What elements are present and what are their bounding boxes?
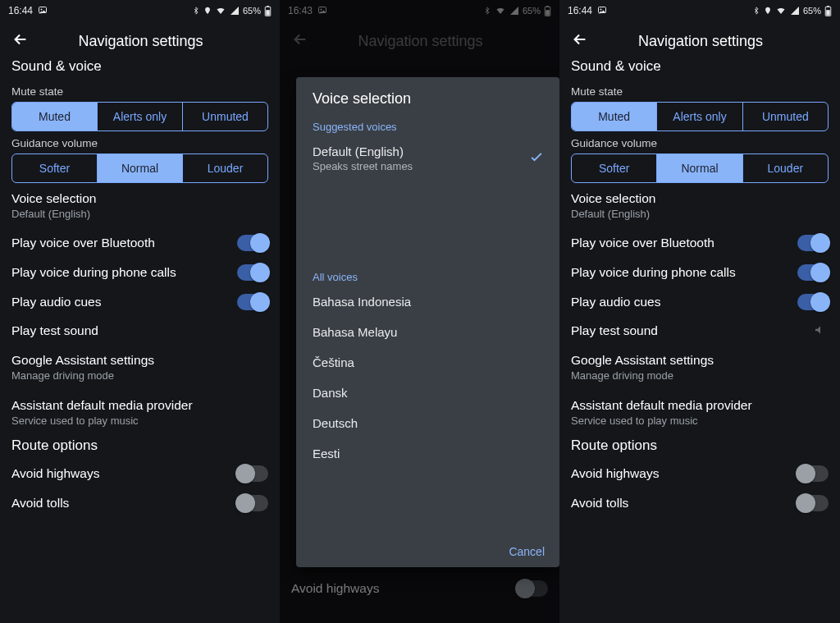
mute-option-alerts[interactable]: Alerts only (98, 103, 183, 131)
avoid-tolls-row[interactable]: Avoid tolls (559, 488, 840, 518)
play-audio-cues-toggle[interactable] (237, 294, 268, 310)
mute-option-alerts[interactable]: Alerts only (657, 103, 742, 131)
mute-option-unmuted[interactable]: Unmuted (183, 103, 267, 131)
location-icon (203, 6, 212, 16)
mute-state-label: Mute state (0, 80, 280, 102)
assistant-settings-row[interactable]: Google Assistant settings Manage driving… (0, 345, 280, 390)
assistant-media-row[interactable]: Assistant default media provider Service… (0, 390, 280, 435)
dialog-voice-item[interactable]: Dansk (296, 378, 559, 408)
play-voice-calls-row[interactable]: Play voice during phone calls (559, 258, 840, 287)
bluetooth-icon (752, 6, 760, 16)
play-test-sound-row[interactable]: Play test sound (0, 317, 280, 345)
assistant-media-sub: Service used to play music (571, 415, 829, 427)
play-voice-bluetooth-toggle[interactable] (797, 235, 829, 251)
speaker-icon (814, 323, 829, 338)
voice-selection-value: Default (English) (571, 208, 829, 220)
picture-icon (597, 5, 607, 17)
battery-icon (824, 6, 832, 16)
section-sound-voice: Sound & voice (0, 61, 280, 80)
play-audio-cues-row[interactable]: Play audio cues (559, 287, 840, 317)
avoid-highways-title: Avoid highways (571, 466, 789, 481)
dialog-voice-label: Dansk (313, 386, 545, 400)
dialog-voice-label: Eesti (313, 447, 545, 460)
wifi-icon (215, 6, 226, 16)
dialog-voice-label: Čeština (313, 355, 545, 369)
play-voice-bluetooth-row[interactable]: Play voice over Bluetooth (559, 228, 840, 258)
dialog-cancel-button[interactable]: Cancel (509, 545, 545, 558)
play-voice-bluetooth-toggle[interactable] (237, 235, 268, 251)
dialog-suggested-header: Suggested voices (296, 112, 559, 136)
guidance-volume-label: Guidance volume (559, 131, 840, 153)
battery-icon (264, 6, 272, 16)
status-time: 16:44 (8, 5, 33, 16)
assistant-settings-row[interactable]: Google Assistant settings Manage driving… (559, 345, 840, 390)
volume-option-softer[interactable]: Softer (572, 154, 657, 182)
volume-option-normal[interactable]: Normal (657, 154, 742, 182)
avoid-highways-toggle[interactable] (237, 465, 268, 482)
dialog-voice-item[interactable]: Bahasa Indonesia (296, 286, 559, 317)
guidance-volume-segmented: Softer Normal Louder (571, 153, 829, 183)
volume-option-louder[interactable]: Louder (743, 154, 828, 182)
play-audio-cues-toggle[interactable] (797, 294, 829, 310)
svg-rect-3 (267, 6, 269, 7)
content-scroll[interactable]: Sound & voice Mute state Muted Alerts on… (559, 61, 840, 623)
dialog-title: Voice selection (296, 77, 559, 112)
section-route-options: Route options (559, 435, 840, 459)
play-voice-bluetooth-title: Play voice over Bluetooth (11, 236, 229, 250)
avoid-highways-row[interactable]: Avoid highways (0, 459, 280, 488)
assistant-settings-sub: Manage driving mode (571, 369, 829, 382)
avoid-tolls-toggle[interactable] (237, 495, 268, 511)
dialog-voice-default[interactable]: Default (English) Speaks street names (296, 136, 559, 181)
check-icon (528, 149, 545, 168)
play-voice-calls-toggle[interactable] (797, 264, 829, 281)
status-time: 16:44 (568, 5, 592, 16)
avoid-highways-title: Avoid highways (291, 581, 509, 596)
content-scroll[interactable]: Sound & voice Mute state Muted Alerts on… (0, 61, 280, 623)
app-bar: Navigation settings (0, 21, 280, 61)
assistant-settings-title: Google Assistant settings (571, 353, 829, 368)
back-icon[interactable] (11, 30, 30, 52)
back-icon[interactable] (571, 30, 589, 52)
wifi-icon (775, 6, 787, 16)
dialog-voice-item[interactable]: Čeština (296, 347, 559, 378)
volume-option-softer[interactable]: Softer (12, 154, 98, 182)
cell-signal-icon (230, 6, 240, 16)
play-audio-cues-row[interactable]: Play audio cues (0, 287, 280, 317)
voice-selection-row[interactable]: Voice selection Default (English) (0, 183, 280, 228)
mute-state-segmented: Muted Alerts only Unmuted (11, 102, 268, 131)
play-voice-calls-row[interactable]: Play voice during phone calls (0, 258, 280, 287)
avoid-tolls-toggle[interactable] (797, 495, 829, 511)
avoid-tolls-row[interactable]: Avoid tolls (0, 488, 280, 518)
assistant-media-sub: Service used to play music (11, 415, 268, 427)
section-sound-voice: Sound & voice (559, 61, 840, 80)
avoid-highways-row[interactable]: Avoid highways (559, 459, 840, 488)
play-voice-bluetooth-title: Play voice over Bluetooth (571, 236, 789, 250)
dialog-voice-default-sub: Speaks street names (313, 160, 528, 172)
picture-icon (38, 5, 48, 17)
mute-state-segmented: Muted Alerts only Unmuted (571, 102, 829, 131)
dialog-voice-item[interactable]: Deutsch (296, 408, 559, 438)
assistant-settings-sub: Manage driving mode (11, 369, 268, 382)
play-test-sound-row[interactable]: Play test sound (559, 317, 840, 345)
mute-option-muted[interactable]: Muted (12, 103, 98, 131)
mute-option-unmuted[interactable]: Unmuted (743, 103, 828, 131)
volume-option-normal[interactable]: Normal (98, 154, 183, 182)
page-title: Navigation settings (36, 33, 268, 50)
play-voice-calls-toggle[interactable] (237, 264, 268, 281)
voice-selection-row[interactable]: Voice selection Default (English) (559, 183, 840, 228)
dialog-voice-item[interactable]: Bahasa Melayu (296, 317, 559, 347)
status-bar: 16:44 65% (0, 0, 280, 21)
voice-selection-title: Voice selection (571, 191, 829, 206)
play-voice-bluetooth-row[interactable]: Play voice over Bluetooth (0, 228, 280, 258)
avoid-tolls-title: Avoid tolls (11, 496, 229, 511)
volume-option-louder[interactable]: Louder (183, 154, 267, 182)
avoid-highways-toggle[interactable] (797, 465, 829, 482)
mute-option-muted[interactable]: Muted (572, 103, 657, 131)
svg-rect-4 (266, 10, 270, 16)
dialog-voice-item[interactable]: Eesti (296, 438, 559, 469)
assistant-media-row[interactable]: Assistant default media provider Service… (559, 390, 840, 435)
guidance-volume-segmented: Softer Normal Louder (11, 153, 268, 183)
play-audio-cues-title: Play audio cues (11, 295, 229, 309)
assistant-media-title: Assistant default media provider (11, 398, 268, 413)
status-bar: 16:44 65% (559, 0, 840, 21)
